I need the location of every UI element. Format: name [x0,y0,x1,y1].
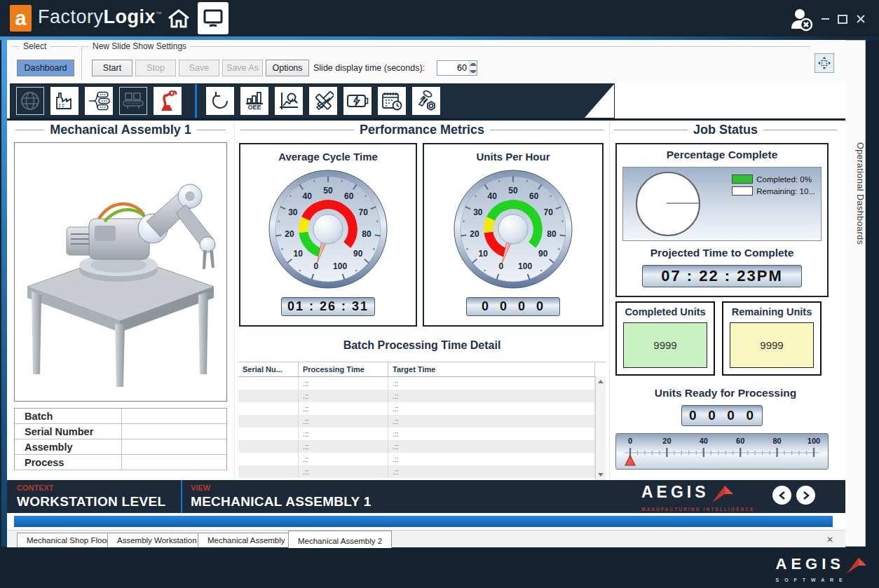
expand-layout-button[interactable] [815,53,834,73]
chevron-right-icon [802,491,810,500]
select-group: Select Dashboard [13,46,79,80]
statusbar-separator [181,480,182,513]
slide-time-spinner [437,60,477,76]
slide-time-input[interactable] [437,61,469,75]
tab-mechanical-assembly-1[interactable]: Mechanical Assembly 1 [198,533,301,547]
close-tabs-button[interactable]: ✕ [824,534,836,545]
scroll-up-button[interactable] [596,376,606,387]
metric-schedule-button[interactable] [378,87,406,115]
monitor-icon [203,8,224,29]
tab-assembly-workstation[interactable]: Assembly Workstation [107,533,207,547]
close-button[interactable] [854,13,867,25]
svg-text:100: 100 [333,261,347,271]
calendar-schedule-icon [381,90,402,111]
save-as-button[interactable]: Save As [222,60,263,76]
pie-legend: Completed: 0% Remaining: 10... [732,175,815,198]
operational-dashboards-side-tab[interactable]: Operational Dashboards [845,40,866,547]
scroll-down-button[interactable] [596,470,606,480]
icon-ribbon: OEE [7,83,845,121]
table-row[interactable]: .::.:: [238,415,606,428]
svg-text:50: 50 [323,186,333,196]
oee-bar-chart-icon [245,92,264,104]
app-logo: a [10,5,32,32]
table-row[interactable]: .::.:: [238,390,606,402]
view-globe-button[interactable] [16,87,44,115]
table-row[interactable]: .::.:: [238,377,606,390]
metric-power-button[interactable] [343,87,372,115]
info-row-assembly: Assembly [15,439,226,455]
panel-title: Job Status [608,121,843,139]
info-row-batch: Batch [15,409,226,424]
view-flow-lanes-button[interactable] [85,87,113,115]
svg-text:20: 20 [470,229,479,239]
battery-power-icon [346,92,369,110]
metric-cycle-button[interactable] [206,87,234,115]
options-button[interactable]: Options [266,60,309,76]
completed-units-value: 9999 [623,322,707,368]
pie-chart-zone: Completed: 0% Remaining: 10... [622,167,822,241]
view-conveyor-button[interactable] [119,87,147,115]
table-row[interactable]: .::.:: [238,440,606,453]
chart-inspect-icon [278,90,299,111]
spinner-up-button[interactable] [470,61,477,68]
footer: AEGIS S O F T W A R E [0,547,879,588]
metric-design-button[interactable] [309,87,337,115]
toolbar: Select Dashboard New Slide Show Settings… [7,40,845,83]
view-value: MECHANICAL ASSEMBLY 1 [191,494,372,510]
completed-swatch [732,175,753,184]
svg-text:70: 70 [543,207,553,217]
batch-table-title: Batch Processing Time Detail [235,339,609,352]
factory-icon [54,90,75,111]
svg-text:100: 100 [808,437,820,445]
home-button[interactable] [167,8,191,29]
view-factory-button[interactable] [50,87,79,115]
previous-view-button[interactable] [772,486,791,505]
batch-table: Serial Nu... Processing Time Target Time… [238,362,606,480]
metric-analysis-button[interactable] [275,87,303,115]
save-button[interactable]: Save [179,60,219,76]
start-button[interactable]: Start [92,60,132,76]
aegis-wordmark: AEGIS [641,484,709,500]
metric-oee-button[interactable]: OEE [240,87,268,115]
svg-text:50: 50 [508,186,518,196]
maximize-button[interactable] [836,13,849,25]
svg-text:100: 100 [518,261,532,271]
pie-radius-line [667,203,699,204]
ribbon-frame: OEE [10,83,615,118]
units-per-hour-display: 0 0 0 0 [466,297,560,316]
metric-hardware-button[interactable] [412,87,440,115]
batch-table-scrollbar[interactable] [595,376,606,480]
units-ready-linear-gauge: 020406080100 [615,433,829,470]
col-serial[interactable]: Serial Nu... [238,362,299,376]
station-info-table: Batch Serial Number Assembly Process [14,408,227,470]
table-row[interactable]: .::.:: [238,402,606,415]
spinner-down-button[interactable] [470,68,477,75]
stop-button[interactable]: Stop [135,60,176,76]
horizontal-scrollbar[interactable] [7,513,845,530]
context-statusbar: CONTEXT WORKSTATION LEVEL VIEW MECHANICA… [7,480,845,513]
context-label: CONTEXT [17,484,165,492]
app-shell: Select Dashboard New Slide Show Settings… [7,40,845,547]
tab-mechanical-shop-floor[interactable]: Mechanical Shop Floor [17,533,119,547]
next-view-button[interactable] [796,486,815,505]
col-target-time[interactable]: Target Time [388,362,595,376]
conveyor-icon [122,90,144,111]
left-accent-strip [1,40,7,547]
gauge-title: Average Cycle Time [278,151,378,163]
scroll-up-icon [598,380,604,383]
dashboard-button[interactable]: Dashboard [17,60,74,76]
tab-mechanical-assembly-2[interactable]: Mechanical Assembly 2 [288,531,392,548]
col-processing-time[interactable]: Processing Time [299,362,388,376]
horizontal-scrollbar-thumb[interactable] [14,516,833,527]
user-logout-button[interactable] [786,6,817,33]
table-row[interactable]: .::.:: [238,428,606,440]
view-label: VIEW [191,484,372,492]
table-row[interactable]: .::.:: [238,465,606,478]
remaining-units-value: 9999 [730,322,814,368]
dashboards-button[interactable] [198,2,229,34]
legend-completed: Completed: 0% [732,175,815,184]
view-robot-button[interactable] [154,87,182,115]
table-row[interactable]: .::.:: [238,453,606,465]
minimize-button[interactable] [819,13,831,25]
svg-text:0: 0 [314,261,319,271]
